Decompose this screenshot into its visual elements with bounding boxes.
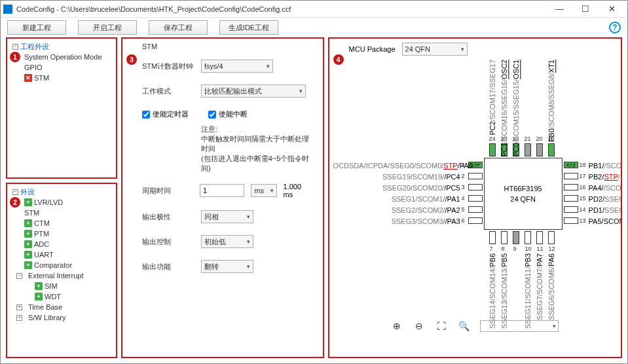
tree2-header[interactable]: − 外设: [11, 187, 112, 197]
titlebar: CodeConfig - C:\Users\brucelee\Documents…: [1, 1, 627, 18]
mcu-pkg-select[interactable]: 24 QFN: [402, 43, 468, 56]
tree2-sim[interactable]: +SIM: [11, 281, 112, 291]
work-mode-label: 工作模式: [142, 86, 194, 96]
tree2-ptm[interactable]: +PTM: [11, 228, 112, 239]
gen-ide-button[interactable]: 生成IDE工程: [219, 20, 278, 35]
save-project-button[interactable]: 保存工程: [149, 20, 208, 35]
pin[interactable]: [525, 231, 531, 244]
pin[interactable]: [468, 206, 483, 213]
tree2-ctm[interactable]: +CTM: [11, 218, 112, 228]
pin-number: 24: [489, 136, 496, 142]
pin-label: PA4//SCOM4/SSEG4: [589, 184, 622, 192]
open-project-button[interactable]: 开启工程: [78, 20, 137, 35]
close-button[interactable]: ✕: [599, 1, 625, 17]
period-input[interactable]: 1: [200, 184, 244, 197]
pin-number: 18: [580, 162, 586, 168]
pin[interactable]: XT2: [564, 162, 578, 168]
control-label: 输出控制: [142, 237, 194, 247]
pin-label-vertical: SSEG13/SCOM13/PB5: [500, 253, 508, 329]
period-calc: 1.000 ms: [284, 183, 312, 198]
minimize-button[interactable]: —: [546, 1, 572, 17]
add-icon: +: [24, 198, 32, 206]
pin-search-input[interactable]: [480, 320, 559, 332]
interrupt-note: 注意: 中断触发时间间隔需大于中断处理时间 (包括进入退出中断需4~5个指令时间…: [201, 124, 312, 173]
pin[interactable]: [564, 173, 578, 179]
add-icon: +: [24, 240, 32, 248]
pin-label-vertical: SSEG14/SCOM14/PB6: [489, 253, 496, 329]
pin-number: 11: [537, 246, 544, 252]
tree2-ext[interactable]: − External Interrupt: [11, 270, 112, 281]
pin-number: 4: [462, 195, 465, 202]
zoom-out-icon[interactable]: ⊖: [413, 320, 425, 332]
help-icon[interactable]: ?: [609, 22, 621, 33]
pin[interactable]: [468, 195, 483, 202]
pin-label-vertical: SSEG7/SCOM7/PA7: [536, 253, 544, 320]
control-select[interactable]: 初始低: [201, 235, 253, 248]
new-project-button[interactable]: 新建工程: [7, 20, 66, 35]
fit-icon[interactable]: ⛶: [435, 320, 447, 332]
pin[interactable]: [513, 231, 519, 244]
pin[interactable]: [536, 231, 543, 244]
tree2-tb[interactable]: + Time Base: [11, 302, 112, 312]
pin-label: SSEG3/SCOM3//PA3: [333, 217, 460, 225]
tree2-adc[interactable]: +ADC: [11, 239, 112, 249]
tree1-item-stm[interactable]: ✕ STM: [11, 73, 112, 83]
tree2-sw[interactable]: + S/W Library: [11, 312, 112, 323]
tree2-comp[interactable]: +Comparator: [11, 260, 112, 270]
tree2-header-label: 外设: [20, 187, 35, 197]
func-select[interactable]: 翻转: [201, 260, 253, 273]
collapse-icon[interactable]: −: [16, 273, 22, 279]
pin[interactable]: [564, 206, 578, 213]
stm-title: STM: [142, 43, 312, 50]
toolbar: 新建工程 开启工程 保存工程 生成IDE工程 ?: [1, 18, 627, 37]
pin-number: 21: [525, 136, 531, 142]
zoom-in-icon[interactable]: ⊕: [391, 320, 403, 332]
tree2-lvr[interactable]: +LVR/LVD: [11, 197, 112, 208]
mcu-package-panel: 4 MCU Package 24 QFN HT66F3195 24 QFN S: [328, 37, 622, 358]
pin-number: 5: [462, 206, 465, 213]
pin-number: 6: [462, 217, 465, 224]
pin-number: 12: [549, 246, 555, 252]
tree1-item-gpio[interactable]: GPIO: [11, 62, 112, 73]
maximize-button[interactable]: ☐: [572, 1, 599, 17]
pin[interactable]: [489, 231, 496, 244]
pin-number: 7: [490, 246, 493, 252]
enable-timer-checkbox[interactable]: 使能定时器: [142, 109, 189, 119]
pin[interactable]: [564, 184, 578, 191]
pin[interactable]: [489, 143, 496, 156]
collapse-icon[interactable]: −: [12, 44, 18, 50]
pin[interactable]: [564, 195, 578, 202]
pin[interactable]: [468, 217, 483, 224]
expand-icon[interactable]: +: [16, 304, 22, 310]
search-icon: 🔍: [458, 320, 470, 332]
tree2-stm[interactable]: STM: [11, 208, 112, 218]
pin-number: 14: [580, 206, 586, 213]
polarity-select[interactable]: 同相: [201, 210, 253, 223]
pin[interactable]: [548, 143, 555, 156]
pin[interactable]: [468, 173, 483, 179]
pin[interactable]: [501, 231, 508, 244]
tree1-header[interactable]: − 工程外设: [11, 41, 112, 52]
pin[interactable]: [548, 231, 555, 244]
add-icon: +: [24, 251, 32, 259]
pin-label: OCDSDA/ICPDA/SSEG0/SCOM0/STP/PA0: [333, 162, 460, 170]
tree1-item-sysmode[interactable]: System Operation Mode: [11, 52, 112, 62]
period-label: 周期时间: [142, 186, 193, 196]
expand-icon[interactable]: +: [16, 315, 22, 321]
pin[interactable]: [525, 143, 531, 156]
counter-clk-select[interactable]: fsys/4: [201, 60, 273, 73]
pin[interactable]: [536, 143, 543, 156]
work-mode-select[interactable]: 比较匹配输出模式: [201, 84, 306, 98]
chip-diagram[interactable]: HT66F3195 24 QFN STP1OCDSDA/ICPDA/SSEG0/…: [333, 60, 617, 335]
enable-int-checkbox[interactable]: 使能中断: [208, 109, 248, 119]
tree2-wdt[interactable]: +WDT: [11, 291, 112, 302]
pin-label: SSEG19/SCOM19//PC4: [333, 173, 460, 181]
pin-number: 8: [502, 246, 505, 252]
pin[interactable]: [468, 184, 483, 191]
pin-number: 16: [580, 184, 586, 191]
period-unit-select[interactable]: ms: [251, 184, 276, 197]
app-icon: [3, 5, 12, 14]
tree2-uart[interactable]: +UART: [11, 249, 112, 260]
pin[interactable]: [564, 217, 578, 224]
collapse-icon[interactable]: −: [12, 189, 18, 195]
